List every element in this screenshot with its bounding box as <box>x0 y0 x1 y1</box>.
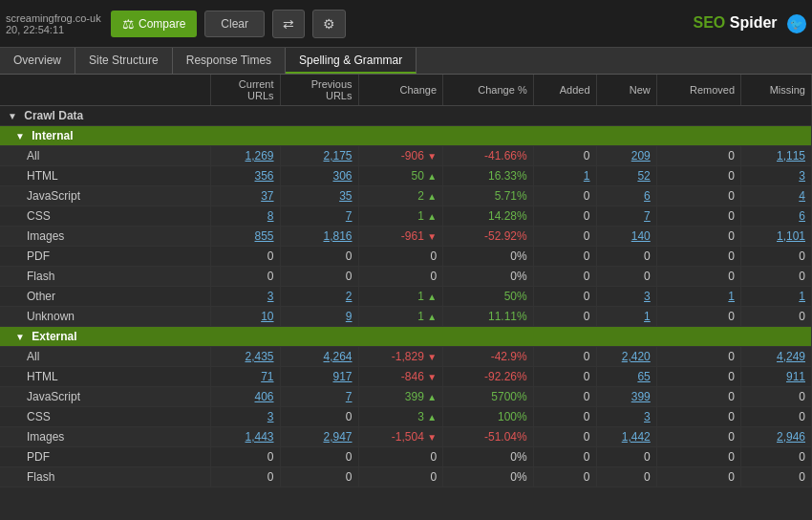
new-val[interactable]: 140 <box>631 229 651 243</box>
settings-button[interactable]: ⚙ <box>312 10 346 38</box>
table-row: CSS 8 7 1 ▲ 14.28% 0 7 0 6 <box>0 206 812 227</box>
missing-val[interactable]: 6 <box>799 209 805 223</box>
missing-cell: 4 <box>741 186 812 206</box>
new-val[interactable]: 2,420 <box>622 350 651 363</box>
previous-urls-cell: 0 <box>280 247 358 267</box>
new-val[interactable]: 65 <box>637 370 650 383</box>
row-label: Flash <box>0 467 210 488</box>
new-val[interactable]: 1,442 <box>622 430 651 444</box>
current-url-val[interactable]: 406 <box>254 390 273 403</box>
previous-urls-cell: 0 <box>280 467 358 488</box>
prev-url-val[interactable]: 9 <box>346 310 353 323</box>
removed-cell: 0 <box>656 267 740 287</box>
prev-url-val[interactable]: 917 <box>332 370 352 383</box>
table-row: Images 1,443 2,947 -1,504 ▼ -51.04% 0 1,… <box>0 427 812 447</box>
missing-val[interactable]: 4 <box>799 189 805 203</box>
missing-val[interactable]: 911 <box>786 370 805 383</box>
removed-cell: 0 <box>656 247 740 267</box>
current-url-val[interactable]: 3 <box>267 290 274 303</box>
removed-cell: 0 <box>656 447 740 467</box>
new-val[interactable]: 3 <box>644 290 651 303</box>
tab-spelling-grammar[interactable]: Spelling & Grammar <box>286 48 417 74</box>
new-val[interactable]: 3 <box>644 410 651 423</box>
row-label: All <box>0 146 210 166</box>
current-url-val[interactable]: 2,435 <box>245 350 273 363</box>
current-url-val[interactable]: 3 <box>267 410 274 423</box>
group-header-internal[interactable]: ▼ Internal <box>0 126 812 146</box>
row-label: Images <box>0 427 210 447</box>
twitter-icon[interactable]: 🐦 <box>787 14 806 33</box>
prev-url-val[interactable]: 7 <box>346 390 353 403</box>
previous-urls-cell: 9 <box>280 307 358 327</box>
current-urls-cell: 406 <box>210 387 280 407</box>
column-headers: CurrentURLs PreviousURLs Change Change %… <box>0 75 812 106</box>
table-row: HTML 71 917 -846 ▼ -92.26% 0 65 0 911 <box>0 367 812 387</box>
previous-urls-cell: 35 <box>280 186 358 206</box>
clear-button[interactable]: Clear <box>204 11 265 37</box>
prev-url-val[interactable]: 2,947 <box>323 430 352 444</box>
current-url-val[interactable]: 37 <box>261 189 273 203</box>
removed-cell: 0 <box>656 146 740 166</box>
new-val[interactable]: 7 <box>644 209 651 223</box>
change-cell: 1 ▲ <box>358 287 443 307</box>
new-val[interactable]: 1 <box>644 310 651 323</box>
current-urls-cell: 10 <box>210 307 280 327</box>
new-val[interactable]: 399 <box>631 390 651 403</box>
missing-val[interactable]: 3 <box>799 169 805 183</box>
missing-cell: 0 <box>741 267 812 287</box>
prev-url-val[interactable]: 2 <box>346 290 353 303</box>
new-cell: 140 <box>596 227 656 247</box>
missing-val[interactable]: 1,115 <box>777 149 805 162</box>
tab-overview[interactable]: Overview <box>0 48 75 74</box>
new-val[interactable]: 6 <box>644 189 651 203</box>
current-url-val[interactable]: 8 <box>267 209 274 223</box>
current-url-val[interactable]: 1,443 <box>245 430 273 444</box>
missing-cell: 4,249 <box>741 347 812 367</box>
added-val[interactable]: 1 <box>584 169 590 183</box>
new-cell: 1 <box>596 307 656 327</box>
new-cell: 399 <box>596 387 656 407</box>
row-label: Flash <box>0 267 210 287</box>
tab-response-times[interactable]: Response Times <box>173 48 286 74</box>
new-val[interactable]: 52 <box>637 169 650 183</box>
current-url-val[interactable]: 71 <box>261 370 273 383</box>
missing-cell: 0 <box>741 407 812 427</box>
current-urls-cell: 37 <box>210 186 280 206</box>
prev-url-val[interactable]: 306 <box>332 169 352 183</box>
current-url-val[interactable]: 855 <box>254 229 273 243</box>
row-label: PDF <box>0 247 210 267</box>
prev-url-val[interactable]: 1,816 <box>323 229 352 243</box>
removed-val[interactable]: 1 <box>728 290 735 303</box>
missing-val[interactable]: 1 <box>799 290 805 303</box>
missing-cell: 911 <box>741 367 812 387</box>
compare-button[interactable]: ⚖ Compare <box>111 11 197 37</box>
swap-button[interactable]: ⇄ <box>272 10 305 38</box>
removed-cell: 0 <box>656 206 740 227</box>
added-cell: 0 <box>533 247 596 267</box>
current-url-val[interactable]: 1,269 <box>245 149 273 162</box>
previous-urls-cell: 306 <box>280 166 358 186</box>
tab-site-structure[interactable]: Site Structure <box>75 48 173 74</box>
missing-cell: 6 <box>741 206 812 227</box>
change-cell: 3 ▲ <box>358 407 443 427</box>
new-cell: 65 <box>596 367 656 387</box>
missing-val[interactable]: 2,946 <box>777 430 805 444</box>
prev-url-val[interactable]: 35 <box>339 189 352 203</box>
current-url-val[interactable]: 10 <box>261 310 273 323</box>
prev-url-val[interactable]: 2,175 <box>323 149 352 162</box>
new-val[interactable]: 209 <box>631 149 651 162</box>
table-row: JavaScript 37 35 2 ▲ 5.71% 0 6 0 4 <box>0 186 812 206</box>
change-cell: -1,829 ▼ <box>358 347 443 367</box>
new-cell: 209 <box>596 146 656 166</box>
missing-val[interactable]: 1,101 <box>777 229 805 243</box>
group-header-external[interactable]: ▼ External <box>0 327 812 347</box>
added-cell: 0 <box>533 186 596 206</box>
logo-seo: SEO <box>694 14 726 31</box>
current-url-val[interactable]: 356 <box>254 169 273 183</box>
change-pct-cell: -51.04% <box>443 427 534 447</box>
prev-url-val[interactable]: 7 <box>346 209 353 223</box>
row-label: HTML <box>0 166 210 186</box>
change-cell: -906 ▼ <box>358 146 443 166</box>
prev-url-val[interactable]: 4,264 <box>323 350 352 363</box>
missing-val[interactable]: 4,249 <box>777 350 805 363</box>
